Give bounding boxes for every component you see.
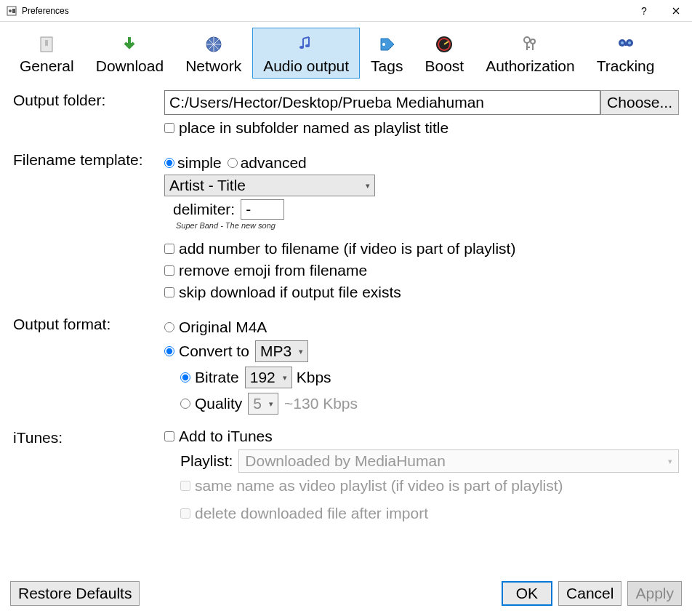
svg-point-13 [531, 39, 535, 44]
same-name-label: same name as video playlist (if video is… [195, 477, 563, 495]
simple-radio-label: simple [177, 154, 222, 172]
svg-point-8 [305, 44, 310, 47]
tab-tags[interactable]: Tags [360, 28, 414, 79]
simple-radio[interactable] [164, 158, 174, 168]
tab-audio-output[interactable]: Audio output [252, 28, 360, 79]
chevron-down-icon: ▾ [283, 373, 287, 383]
restore-defaults-button[interactable]: Restore Defaults [10, 581, 140, 606]
tab-general-label: General [20, 57, 74, 75]
content-pane: Output folder: Choose... place in subfol… [0, 79, 692, 522]
general-icon [35, 33, 58, 56]
svg-point-16 [621, 41, 624, 44]
remove-emoji-label: remove emoji from filename [179, 262, 367, 279]
tab-audio-output-label: Audio output [263, 57, 349, 75]
download-icon [118, 33, 141, 56]
tab-general[interactable]: General [9, 28, 85, 79]
bitrate-value: 192 [250, 369, 275, 386]
output-format-label: Output format: [13, 314, 164, 333]
chevron-down-icon: ▾ [299, 347, 303, 356]
tab-tracking-label: Tracking [597, 57, 655, 75]
advanced-radio[interactable] [228, 158, 238, 168]
audio-output-icon [294, 33, 318, 56]
footer: Restore Defaults OK Cancel Apply [0, 581, 692, 606]
quality-radio[interactable] [180, 399, 190, 409]
bitrate-radio-label: Bitrate [195, 369, 239, 386]
tab-network[interactable]: Network [174, 28, 252, 79]
subfolder-checkbox-label: place in subfolder named as playlist tit… [179, 119, 448, 137]
authorization-icon [518, 33, 542, 56]
network-icon [202, 33, 225, 56]
delete-after-label: delete downloaded file after import [195, 505, 428, 522]
tab-tracking[interactable]: Tracking [586, 28, 666, 79]
svg-point-1 [9, 9, 12, 12]
bitrate-radio[interactable] [180, 372, 190, 383]
help-button[interactable]: ? [628, 0, 660, 22]
close-button[interactable] [660, 0, 692, 22]
cancel-button[interactable]: Cancel [558, 581, 621, 606]
playlist-label: Playlist: [180, 452, 233, 470]
svg-rect-5 [128, 37, 131, 44]
original-radio-label: Original M4A [179, 319, 267, 336]
tab-authorization[interactable]: Authorization [475, 28, 586, 79]
add-number-label: add number to filename (if video is part… [179, 240, 515, 257]
playlist-dropdown[interactable]: Downloaded by MediaHuman ▾ [238, 449, 679, 473]
skip-exists-label: skip download if output file exists [179, 284, 401, 301]
svg-rect-2 [12, 9, 15, 13]
svg-point-9 [382, 43, 385, 46]
subfolder-checkbox[interactable] [164, 123, 174, 133]
chevron-down-icon: ▾ [366, 181, 370, 191]
choose-button[interactable]: Choose... [600, 90, 679, 115]
apply-button[interactable]: Apply [627, 581, 682, 606]
add-itunes-label: Add to iTunes [179, 428, 273, 445]
filename-preset-value: Artist - Title [169, 177, 246, 194]
skip-exists-checkbox[interactable] [164, 287, 174, 297]
bitrate-unit: Kbps [297, 369, 331, 386]
delete-after-checkbox [180, 508, 190, 519]
titlebar: Preferences ? [0, 0, 692, 22]
same-name-checkbox [180, 481, 190, 491]
svg-point-7 [299, 46, 304, 49]
delimiter-label: delimiter: [173, 201, 235, 218]
playlist-value: Downloaded by MediaHuman [245, 452, 446, 470]
bitrate-dropdown[interactable]: 192 ▾ [245, 367, 292, 388]
quality-radio-label: Quality [195, 395, 242, 412]
add-itunes-checkbox[interactable] [164, 431, 174, 441]
svg-point-12 [524, 37, 530, 43]
advanced-radio-label: advanced [241, 154, 307, 172]
tab-network-label: Network [185, 57, 241, 75]
chevron-down-icon: ▾ [269, 399, 273, 409]
tab-boost-label: Boost [425, 57, 464, 75]
tabbar: General Download Network Audio output Ta… [0, 22, 692, 79]
ok-button[interactable]: OK [502, 581, 552, 606]
chevron-down-icon: ▾ [668, 457, 672, 466]
boost-icon [432, 33, 456, 56]
filename-preset-dropdown[interactable]: Artist - Title ▾ [164, 175, 375, 196]
filename-example: Super Band - The new song [176, 221, 679, 230]
tracking-icon [614, 33, 637, 56]
delimiter-input[interactable] [241, 199, 284, 220]
window-title: Preferences [22, 6, 628, 16]
output-folder-label: Output folder: [13, 90, 164, 109]
tags-icon [375, 33, 398, 56]
format-dropdown[interactable]: MP3 ▾ [255, 340, 308, 362]
convert-radio-label: Convert to [179, 343, 249, 360]
svg-rect-4 [45, 40, 48, 46]
tab-tags-label: Tags [371, 57, 403, 75]
tab-boost[interactable]: Boost [414, 28, 475, 79]
quality-value: 5 [253, 395, 262, 412]
remove-emoji-checkbox[interactable] [164, 265, 174, 276]
quality-estimate: ~130 Kbps [284, 395, 358, 412]
app-icon [6, 5, 17, 17]
original-radio[interactable] [164, 322, 174, 332]
tab-download-label: Download [96, 57, 164, 75]
format-value: MP3 [260, 343, 291, 360]
output-folder-input[interactable] [164, 90, 600, 115]
convert-radio[interactable] [164, 346, 174, 356]
svg-point-17 [628, 41, 631, 44]
tab-authorization-label: Authorization [486, 57, 575, 75]
add-number-checkbox[interactable] [164, 244, 174, 254]
quality-dropdown[interactable]: 5 ▾ [248, 393, 278, 415]
filename-template-label: Filename template: [13, 150, 164, 169]
itunes-label: iTunes: [13, 428, 164, 447]
tab-download[interactable]: Download [85, 28, 174, 79]
